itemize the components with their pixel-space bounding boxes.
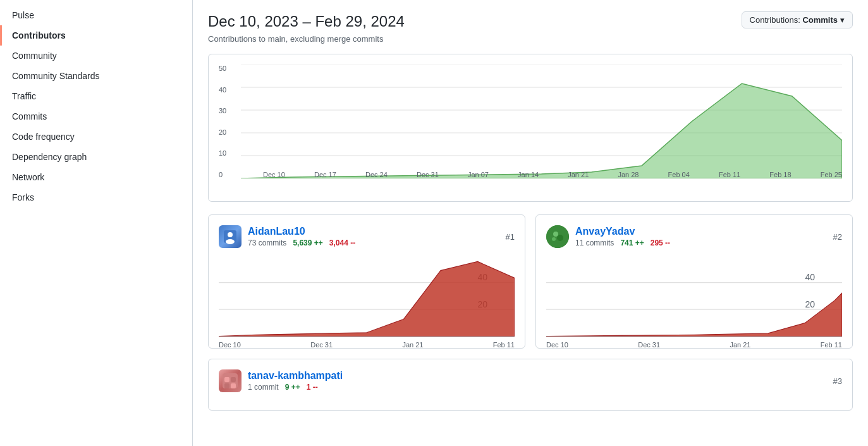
contributor-stats-1: 73 commits 5,639 ++ 3,044 -- <box>248 238 499 247</box>
sidebar-item-network[interactable]: Network <box>0 167 192 187</box>
svg-point-8 <box>228 232 233 237</box>
contributor-info-3: tanav-kambhampati 1 commit 9 ++ 1 -- <box>248 370 827 392</box>
x-label-dec31: Dec 31 <box>417 171 439 178</box>
additions-1: 5,639 ++ <box>293 238 322 247</box>
x-label-jan21: Jan 21 <box>568 171 589 178</box>
contributor-stats-2: 11 commits 741 ++ 295 -- <box>575 238 827 247</box>
mini-x-label-feb11-1: Feb 11 <box>493 341 515 349</box>
svg-marker-24 <box>546 293 842 337</box>
contributor-card-2: AnvayYadav 11 commits 741 ++ 295 -- #2 4… <box>535 214 853 349</box>
contributor-header-3: tanav-kambhampati 1 commit 9 ++ 1 -- #3 <box>219 369 842 392</box>
svg-text:40: 40 <box>805 272 816 282</box>
mini-x-label-dec10-2: Dec 10 <box>546 341 568 349</box>
commits-label-1: 73 commits <box>248 238 286 247</box>
svg-rect-28 <box>231 377 236 382</box>
avatar-aidanlau10 <box>219 225 241 248</box>
y-label-20: 20 <box>219 128 238 136</box>
svg-point-17 <box>553 232 558 237</box>
contributions-button-label: Contributions: Commits <box>750 15 838 25</box>
sidebar: Pulse Contributors Community Community S… <box>0 0 193 446</box>
svg-rect-29 <box>224 383 229 388</box>
additions-3: 9 ++ <box>285 383 300 392</box>
commits-label-2: 11 commits <box>575 238 614 247</box>
contributors-grid: AidanLau10 73 commits 5,639 ++ 3,044 -- … <box>208 214 853 349</box>
sidebar-item-traffic[interactable]: Traffic <box>0 86 192 106</box>
rank-1: #1 <box>506 232 515 242</box>
x-label-dec17: Dec 17 <box>314 171 336 178</box>
sidebar-item-community[interactable]: Community <box>0 46 192 66</box>
sidebar-item-forks[interactable]: Forks <box>0 187 192 208</box>
mini-x-label-jan21-2: Jan 21 <box>730 341 750 349</box>
chart-subtitle: Contributions to main, excluding merge c… <box>208 34 853 44</box>
y-axis-labels: 0 10 20 30 40 50 <box>219 65 238 178</box>
additions-2: 741 ++ <box>620 238 644 247</box>
svg-point-9 <box>226 239 235 244</box>
contributor-stats-3: 1 commit 9 ++ 1 -- <box>248 383 827 392</box>
sidebar-item-commits[interactable]: Commits <box>0 106 192 127</box>
y-label-40: 40 <box>219 86 238 94</box>
x-label-dec10: Dec 10 <box>263 171 285 178</box>
main-chart-svg <box>241 65 842 178</box>
svg-rect-27 <box>224 377 229 382</box>
chevron-down-icon: ▾ <box>840 15 845 25</box>
sidebar-item-pulse[interactable]: Pulse <box>0 5 192 25</box>
contributor-header-2: AnvayYadav 11 commits 741 ++ 295 -- #2 <box>546 225 842 248</box>
mini-x-label-dec10-1: Dec 10 <box>219 341 241 349</box>
main-chart-container: 0 10 20 30 40 50 <box>208 54 853 202</box>
contributor-name-1[interactable]: AidanLau10 <box>248 226 305 237</box>
contributor-info-1: AidanLau10 73 commits 5,639 ++ 3,044 -- <box>248 226 499 247</box>
rank-3: #3 <box>833 376 842 386</box>
mini-chart-2: 40 20 Dec 10 Dec 31 Jan 21 Feb 11 <box>546 256 842 338</box>
contributor-card-1: AidanLau10 73 commits 5,639 ++ 3,044 -- … <box>208 214 525 349</box>
x-label-dec24: Dec 24 <box>365 171 388 178</box>
avatar-anvayyadav <box>546 225 569 248</box>
x-label-feb04: Feb 04 <box>668 171 690 178</box>
rank-2: #2 <box>833 232 842 242</box>
y-label-50: 50 <box>219 65 238 72</box>
mini-x-label-dec31-1: Dec 31 <box>310 341 333 349</box>
x-axis-labels: Dec 10 Dec 17 Dec 24 Dec 31 Jan 07 Jan 1… <box>263 171 842 178</box>
mini-chart-1: 40 20 Dec 10 Dec 31 Jan 21 Feb 11 <box>219 256 515 338</box>
main-chart-area: 0 10 20 30 40 50 <box>219 65 842 191</box>
x-label-jan28: Jan 28 <box>618 171 639 178</box>
svg-rect-30 <box>231 383 236 388</box>
svg-text:20: 20 <box>805 299 816 309</box>
contributor-card-3: tanav-kambhampati 1 commit 9 ++ 1 -- #3 <box>208 359 853 411</box>
x-label-jan07: Jan 07 <box>468 171 489 178</box>
main-content: Dec 10, 2023 – Feb 29, 2024 Contribution… <box>193 0 868 446</box>
svg-point-18 <box>557 235 563 241</box>
x-label-feb25: Feb 25 <box>821 171 842 178</box>
svg-point-19 <box>552 237 556 241</box>
y-label-30: 30 <box>219 107 238 115</box>
mini-x-label-jan21-1: Jan 21 <box>402 341 423 349</box>
sidebar-item-dependency-graph[interactable]: Dependency graph <box>0 147 192 167</box>
contributions-dropdown-button[interactable]: Contributions: Commits ▾ <box>742 11 853 28</box>
x-label-feb18: Feb 18 <box>769 171 791 178</box>
y-label-0: 0 <box>219 171 238 178</box>
mini-x-label-feb11-2: Feb 11 <box>821 341 842 349</box>
contributor-name-2[interactable]: AnvayYadav <box>575 226 635 237</box>
contributor-name-3[interactable]: tanav-kambhampati <box>248 370 343 381</box>
commits-label-3: 1 commit <box>248 383 279 392</box>
deletions-3: 1 -- <box>307 383 318 392</box>
contributor-info-2: AnvayYadav 11 commits 741 ++ 295 -- <box>575 226 827 247</box>
x-label-feb11: Feb 11 <box>719 171 740 178</box>
sidebar-item-contributors[interactable]: Contributors <box>0 25 192 46</box>
main-chart-plot: Dec 10 Dec 17 Dec 24 Dec 31 Jan 07 Jan 1… <box>241 65 842 178</box>
svg-marker-14 <box>219 261 515 336</box>
avatar-tanav <box>219 369 241 392</box>
deletions-1: 3,044 -- <box>329 238 355 247</box>
x-label-jan14: Jan 14 <box>518 171 539 178</box>
deletions-2: 295 -- <box>651 238 670 247</box>
contributor-header-1: AidanLau10 73 commits 5,639 ++ 3,044 -- … <box>219 225 515 248</box>
mini-x-label-dec31-2: Dec 31 <box>638 341 660 349</box>
y-label-10: 10 <box>219 149 238 157</box>
sidebar-item-community-standards[interactable]: Community Standards <box>0 66 192 86</box>
sidebar-item-code-frequency[interactable]: Code frequency <box>0 127 192 147</box>
svg-marker-5 <box>241 84 842 178</box>
